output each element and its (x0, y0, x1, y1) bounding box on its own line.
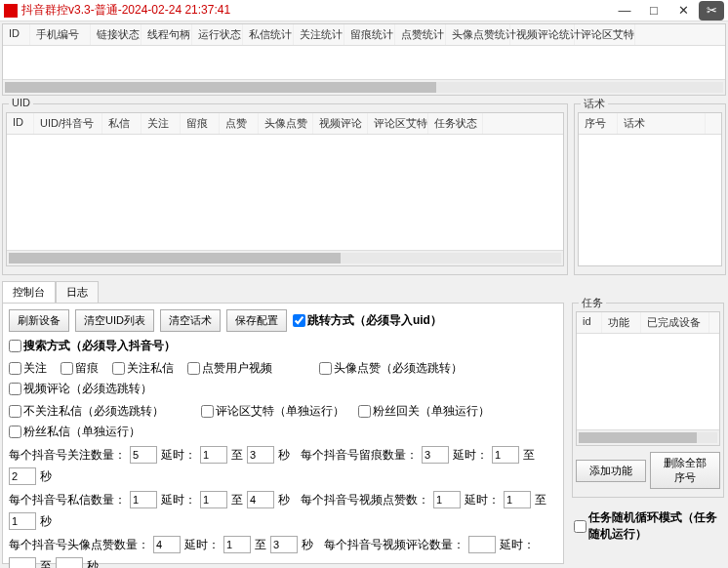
column-header[interactable]: 线程句柄 (142, 24, 192, 45)
column-header[interactable]: ID (3, 24, 30, 45)
control-panel: 刷新设备 清空UID列表 清空话术 保存配置 跳转方式（必须导入uid） 搜索方… (2, 303, 564, 564)
add-function-button[interactable]: 添加功能 (576, 460, 646, 482)
uid-group: UID IDUID/抖音号私信关注留痕点赞头像点赞视频评论评论区艾特任务状态 (2, 103, 568, 275)
follow-count-input[interactable] (130, 446, 157, 464)
talk-grid-body[interactable] (579, 135, 721, 265)
task-group: 任务 id功能已完成设备 添加功能 删除全部序号 (572, 303, 724, 498)
uid-grid-body[interactable] (7, 135, 563, 250)
lbl: 延时： (161, 447, 196, 464)
chk-video-comment[interactable]: 视频评论（必须选跳转） (9, 381, 152, 397)
chk-fan-pm[interactable]: 粉丝私信（单独运行） (9, 424, 141, 440)
column-header[interactable]: 关注 (142, 113, 181, 134)
column-header[interactable]: 视频评论统计 (510, 24, 575, 45)
d4b[interactable] (9, 512, 36, 530)
clear-talk-button[interactable]: 清空话术 (160, 309, 221, 332)
save-config-button[interactable]: 保存配置 (226, 309, 287, 332)
d4a[interactable] (504, 491, 531, 508)
videocomment-count-input[interactable] (468, 536, 496, 553)
chk-task-loop[interactable]: 任务随机循环模式（任务随机运行） (574, 509, 726, 543)
leave-count-input[interactable] (422, 446, 449, 464)
chk-follow[interactable]: 关注 (9, 360, 47, 377)
mode-jump[interactable]: 跳转方式（必须导入uid） (293, 312, 442, 329)
column-header[interactable]: 任务状态 (428, 113, 483, 134)
tabs: 控制台 日志 (2, 281, 726, 303)
device-grid: ID手机编号链接状态线程句柄运行状态私信统计关注统计留痕统计点赞统计头像点赞统计… (2, 23, 726, 96)
column-header[interactable]: 链接状态 (91, 24, 142, 45)
refresh-devices-button[interactable]: 刷新设备 (9, 309, 69, 332)
column-header[interactable]: id (577, 312, 602, 333)
column-header[interactable]: 已完成设备 (641, 312, 709, 333)
pm-count-input[interactable] (130, 491, 157, 508)
column-header[interactable]: 视频评论 (313, 113, 368, 134)
column-header[interactable]: 话术 (618, 113, 706, 134)
column-header[interactable]: 私信 (102, 113, 142, 134)
d2a[interactable] (492, 446, 519, 464)
clear-uid-button[interactable]: 清空UID列表 (75, 309, 154, 332)
d6a[interactable] (9, 557, 36, 568)
lbl: 每个抖音号视频点赞数： (301, 492, 429, 508)
d6b[interactable] (56, 557, 83, 568)
d3a[interactable] (200, 491, 227, 508)
d5a[interactable] (223, 536, 251, 553)
chk-unfollow-pm[interactable]: 不关注私信（必须选跳转） (9, 403, 164, 420)
screenshot-icon[interactable]: ✂ (699, 1, 724, 20)
column-header[interactable]: ID (7, 113, 34, 134)
app-icon (4, 4, 18, 18)
talk-group: 话术 序号话术 (574, 103, 726, 275)
avatarlike-count-input[interactable] (153, 536, 181, 553)
lbl: 每个抖音号关注数量： (9, 447, 126, 464)
chk-fan-back[interactable]: 粉丝回关（单独运行） (358, 403, 490, 420)
column-header[interactable]: 序号 (579, 113, 618, 134)
d3b[interactable] (247, 491, 274, 508)
task-group-label: 任务 (579, 296, 606, 310)
task-grid-body[interactable] (577, 334, 719, 429)
chk-avatar-like[interactable]: 头像点赞（必须选跳转） (319, 360, 463, 377)
close-button[interactable]: ✕ (669, 2, 697, 20)
tab-log[interactable]: 日志 (56, 281, 99, 303)
chk-comment-at[interactable]: 评论区艾特（单独运行） (201, 403, 344, 420)
chk-like-video[interactable]: 点赞用户视频 (187, 360, 272, 377)
window-title: 抖音群控v3.3-普通-2024-02-24 21:37:41 (21, 2, 611, 19)
hscroll[interactable] (3, 79, 725, 95)
talk-group-label: 话术 (581, 97, 608, 111)
d5b[interactable] (270, 536, 298, 553)
minimize-button[interactable]: — (611, 2, 638, 20)
column-header[interactable]: 点赞统计 (395, 24, 446, 45)
column-header[interactable]: 评论区艾特 (575, 24, 635, 45)
column-header[interactable]: UID/抖音号 (34, 113, 102, 134)
d1b[interactable] (247, 446, 274, 464)
delete-all-button[interactable]: 删除全部序号 (650, 452, 720, 489)
uid-group-label: UID (9, 97, 33, 108)
column-header[interactable]: 手机编号 (30, 24, 91, 45)
lbl: 每个抖音号私信数量： (9, 492, 126, 508)
column-header[interactable]: 评论区艾特 (368, 113, 428, 134)
column-header[interactable]: 运行状态 (192, 24, 243, 45)
d2b[interactable] (9, 467, 36, 485)
tab-console[interactable]: 控制台 (2, 281, 56, 303)
d1a[interactable] (200, 446, 227, 464)
column-header[interactable]: 功能 (602, 312, 641, 333)
column-header[interactable]: 头像点赞 (259, 113, 313, 134)
lbl: 每个抖音号视频评论数量： (324, 537, 465, 553)
lbl: 每个抖音号留痕数量： (301, 447, 418, 464)
hscroll[interactable] (7, 250, 563, 265)
chk-leave[interactable]: 留痕 (61, 360, 99, 377)
chk-follow-pm[interactable]: 关注私信 (112, 360, 174, 377)
hscroll[interactable] (577, 429, 719, 445)
column-header[interactable]: 关注统计 (294, 24, 344, 45)
column-header[interactable]: 留痕 (181, 113, 220, 134)
maximize-button[interactable]: □ (640, 2, 667, 20)
column-header[interactable]: 留痕统计 (344, 24, 395, 45)
videolike-count-input[interactable] (433, 491, 461, 508)
titlebar: 抖音群控v3.3-普通-2024-02-24 21:37:41 — □ ✕ ✂ (0, 0, 728, 21)
column-header[interactable]: 私信统计 (243, 24, 294, 45)
column-header[interactable]: 头像点赞统计 (446, 24, 510, 45)
device-grid-body[interactable] (3, 46, 725, 79)
lbl: 每个抖音号头像点赞数量： (9, 537, 149, 553)
column-header[interactable]: 点赞 (220, 113, 259, 134)
mode-search[interactable]: 搜索方式（必须导入抖音号） (9, 338, 176, 354)
